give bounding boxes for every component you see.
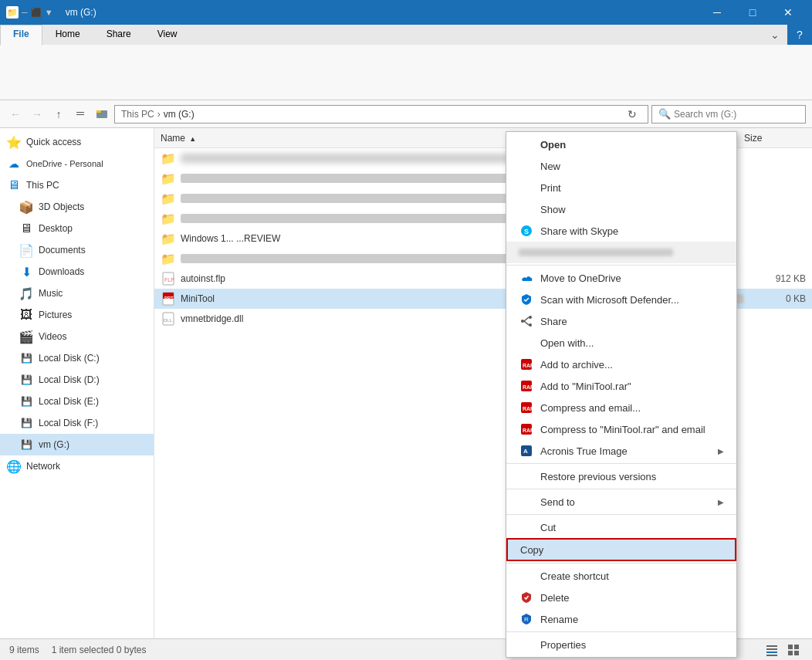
ctx-skype[interactable]: S Share with Skype <box>506 220 736 242</box>
sidebar-item-pictures[interactable]: 🖼 Pictures <box>0 304 154 326</box>
sidebar-item-downloads[interactable]: ⬇ Downloads <box>0 261 154 283</box>
open-with-icon <box>519 335 534 350</box>
forward-button[interactable]: → <box>28 105 46 124</box>
svg-text:R: R <box>524 616 529 623</box>
help-button[interactable]: ? <box>787 25 812 45</box>
column-size[interactable]: Size <box>744 133 806 144</box>
sidebar-item-network[interactable]: 🌐 Network <box>0 455 154 477</box>
back-button[interactable]: ← <box>6 105 25 124</box>
disk-f-icon: 💾 <box>19 415 34 431</box>
sidebar-item-local-c[interactable]: 💾 Local Disk (C:) <box>0 347 154 369</box>
app-icon: 📁 <box>6 6 19 19</box>
ctx-compress-email[interactable]: RAR Compress and email... <box>506 397 736 418</box>
folder-icon: 📁 <box>161 151 176 166</box>
ctx-copy[interactable]: Copy <box>506 538 736 561</box>
show-icon <box>519 201 534 217</box>
maximize-button[interactable]: □ <box>735 0 770 25</box>
ctx-open[interactable]: Open <box>506 134 736 155</box>
ctx-properties[interactable]: Properties <box>506 634 736 655</box>
new-icon <box>519 158 534 174</box>
ctx-restore-versions[interactable]: Restore previous versions <box>506 465 736 487</box>
sidebar-label-quick-access: Quick access <box>26 137 81 147</box>
sidebar-item-local-f[interactable]: 💾 Local Disk (F:) <box>0 412 154 434</box>
ctx-rename[interactable]: R Rename <box>506 608 736 630</box>
ctx-move-onedrive[interactable]: Move to OneDrive <box>506 267 736 289</box>
tab-view[interactable]: View <box>144 25 191 45</box>
sidebar-item-quick-access[interactable]: ⭐ Quick access <box>0 131 154 153</box>
up-button[interactable]: ↑ <box>49 105 68 124</box>
sidebar-item-videos[interactable]: 🎬 Videos <box>0 326 154 347</box>
open-icon <box>519 137 534 152</box>
ctx-scan-defender[interactable]: Scan with Microsoft Defender... <box>506 289 736 310</box>
tab-file[interactable]: File <box>0 25 42 46</box>
desktop-icon: 🖥 <box>19 221 34 236</box>
ctx-send-to-arrow: ▶ <box>718 498 724 506</box>
ctx-share[interactable]: Share <box>506 310 736 332</box>
sidebar-item-music[interactable]: 🎵 Music <box>0 283 154 304</box>
large-icons-view-button[interactable] <box>784 642 803 658</box>
ctx-compress-minitool-email[interactable]: RAR Compress to "MiniTool.rar" and email <box>506 418 736 440</box>
sidebar-item-3d-objects[interactable]: 📦 3D Objects <box>0 196 154 218</box>
ctx-add-minitool-rar-label: Add to "MiniTool.rar" <box>540 381 724 392</box>
ctx-delete-label: Delete <box>540 592 724 604</box>
rar-minitool-icon: RAR <box>519 378 534 394</box>
sidebar-label-local-c: Local Disk (C:) <box>39 353 100 364</box>
ctx-acronis[interactable]: A Acronis True Image ▶ <box>506 440 736 462</box>
sidebar-item-desktop[interactable]: 🖥 Desktop <box>0 218 154 239</box>
ctx-create-shortcut[interactable]: Create shortcut <box>506 565 736 587</box>
search-box[interactable]: 🔍 <box>651 105 806 124</box>
ctx-open-with[interactable]: Open with... <box>506 332 736 354</box>
ctx-scan-defender-label: Scan with Microsoft Defender... <box>540 294 724 306</box>
tab-share[interactable]: Share <box>93 25 144 45</box>
ctx-acronis-label: Acronis True Image <box>540 445 718 457</box>
svg-rect-35 <box>788 651 793 655</box>
sidebar-label-downloads: Downloads <box>39 266 84 277</box>
sidebar-item-local-d[interactable]: 💾 Local Disk (D:) <box>0 369 154 391</box>
onedrive-move-icon <box>519 270 534 286</box>
ctx-send-to[interactable]: Send to ▶ <box>506 491 736 513</box>
view-controls <box>763 642 803 658</box>
sidebar-item-local-e[interactable]: 💾 Local Disk (E:) <box>0 391 154 412</box>
svg-text:RAR: RAR <box>523 406 533 411</box>
ctx-show[interactable]: Show <box>506 198 736 220</box>
svg-rect-36 <box>794 651 799 655</box>
refresh-button[interactable]: ↻ <box>623 105 641 124</box>
ctx-print[interactable]: Print <box>506 177 736 198</box>
ctx-skype-label: Share with Skype <box>540 225 724 237</box>
ctx-add-minitool-rar[interactable]: RAR Add to "MiniTool.rar" <box>506 375 736 397</box>
column-name[interactable]: Name ▲ <box>161 133 528 144</box>
title-bar: 📁 ─ ⬛ ▼ vm (G:) ─ □ ✕ <box>0 0 812 25</box>
ctx-copy-label: Copy <box>520 544 722 556</box>
network-icon: 🌐 <box>6 459 22 474</box>
sidebar-label-pictures: Pictures <box>39 310 72 320</box>
address-path[interactable]: This PC › vm (G:) ↻ <box>114 105 648 124</box>
folder-icon: 📁 <box>161 211 176 226</box>
sidebar-item-documents[interactable]: 📄 Documents <box>0 239 154 261</box>
ctx-new[interactable]: New <box>506 155 736 177</box>
sidebar-item-this-pc[interactable]: 🖥 This PC <box>0 174 154 196</box>
tab-home[interactable]: Home <box>42 25 93 45</box>
svg-rect-1 <box>76 114 84 115</box>
rename-icon: R <box>519 611 534 627</box>
ctx-delete[interactable]: Delete <box>506 587 736 608</box>
recent-locations-button[interactable] <box>71 105 90 124</box>
documents-icon: 📄 <box>19 242 34 258</box>
details-view-button[interactable] <box>763 642 781 658</box>
ctx-cut[interactable]: Cut <box>506 516 736 538</box>
close-button[interactable]: ✕ <box>770 0 806 25</box>
sidebar-item-vm-g[interactable]: 💾 vm (G:) <box>0 434 154 455</box>
ctx-add-archive[interactable]: RAR Add to archive... <box>506 354 736 375</box>
sidebar-item-onedrive[interactable]: ☁ OneDrive - Personal <box>0 153 154 174</box>
ctx-show-label: Show <box>540 204 724 215</box>
svg-line-16 <box>524 317 529 321</box>
search-input[interactable] <box>674 109 799 120</box>
breadcrumb-this-pc: This PC <box>121 109 154 120</box>
ribbon-expand-button[interactable]: ⌄ <box>763 25 787 45</box>
ctx-add-archive-label: Add to archive... <box>540 359 724 371</box>
svg-line-17 <box>524 321 529 325</box>
sidebar-label-3d-objects: 3D Objects <box>39 201 84 212</box>
svg-rect-3 <box>96 110 101 113</box>
ctx-separator-3 <box>506 489 736 489</box>
minimize-button[interactable]: ─ <box>699 0 735 25</box>
file-name: Windows 1... ...REVIEW <box>181 233 528 244</box>
